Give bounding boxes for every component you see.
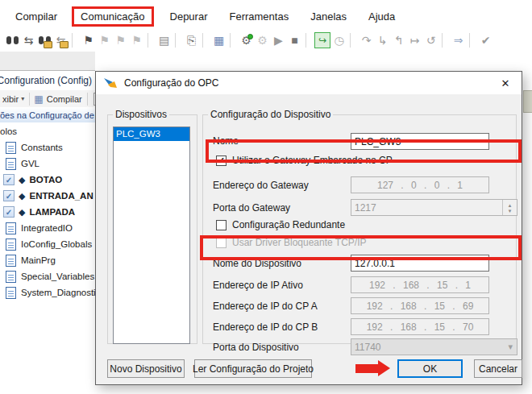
new-item-icon[interactable]: ⎘ <box>184 32 199 49</box>
tree-item-label: BOTAO <box>29 175 62 185</box>
checkbox-checked-icon[interactable] <box>3 206 15 218</box>
menu-bar: Compilar Comunicação Depurar Ferramentas… <box>0 5 409 27</box>
reset-icon[interactable]: ↺ <box>423 32 438 49</box>
device-name-input[interactable] <box>351 255 489 272</box>
clock-icon[interactable]: ◷ <box>331 32 347 49</box>
annotation-arrow-to-ok <box>355 364 378 373</box>
view-dropdown[interactable]: xibir <box>0 92 27 106</box>
panel-mini-toolbar: xibir Compilar <box>0 90 95 107</box>
close-icon[interactable] <box>499 77 512 89</box>
step-over-icon[interactable]: ↷ <box>359 32 374 49</box>
icon-glyph: ↺ <box>426 34 436 47</box>
force-values-icon[interactable]: ✔ <box>478 32 493 49</box>
ok-button[interactable]: OK <box>397 359 463 378</box>
checkbox-checked-icon[interactable] <box>3 174 15 185</box>
login-icon[interactable]: ⚙ <box>239 32 254 49</box>
chevron-down-icon <box>508 342 513 352</box>
next-bookmark-icon[interactable]: ⚑ <box>113 32 128 49</box>
checkbox-disabled-icon <box>216 238 227 248</box>
toolbar-separator <box>230 33 235 48</box>
menu-ajuda[interactable]: Ajuda <box>361 8 402 25</box>
tree-item-botao[interactable]: BOTAO <box>0 172 95 188</box>
properties-icon[interactable]: ▤ <box>156 32 172 49</box>
online-dot-icon <box>247 34 253 39</box>
toolbar-separator <box>175 33 181 48</box>
devices-listbox[interactable]: PLC_GW3 <box>113 126 190 344</box>
tree-item-ioconfig-globals[interactable]: IoConfig_Globals <box>0 236 95 252</box>
tree-item-mainprg[interactable]: MainPrg <box>0 252 95 268</box>
ip-active-field: 192 . 168 . 15 . 1 <box>351 276 489 293</box>
find-in-files-icon[interactable] <box>37 32 52 49</box>
application-window: Compilar Comunicação Depurar Ferramentas… <box>0 0 532 394</box>
variable-icon <box>19 207 25 218</box>
replace-in-files-icon[interactable]: ⇆ <box>53 32 69 49</box>
tab-configuration[interactable]: Configuration (Config) <box>0 73 92 89</box>
tree-item-lampada[interactable]: LAMPADA <box>0 204 95 220</box>
document-icon <box>6 142 16 154</box>
find-icon[interactable] <box>5 32 20 49</box>
icon-glyph: ↦ <box>410 34 420 47</box>
clear-bookmarks-icon[interactable]: ⚑ <box>129 32 144 49</box>
menu-comunicacao[interactable]: Comunicação <box>72 6 154 27</box>
start-icon[interactable]: ▶ <box>271 32 286 49</box>
devices-group: Dispositivos PLC_GW3 <box>107 109 197 344</box>
tree-item-system-diagnostic[interactable]: System_Diagnostic <box>0 284 95 301</box>
icon-glyph: ◷ <box>334 34 343 47</box>
step-into-icon[interactable]: ↳ <box>375 32 390 49</box>
opc-configuration-dialog: Configuração do OPC Dispositivos PLC_GW3… <box>95 71 522 385</box>
tree-item-constants[interactable]: Constants <box>0 139 95 156</box>
icon-glyph: ⚑ <box>83 34 94 47</box>
menu-depurar[interactable]: Depurar <box>163 8 215 25</box>
variable-icon <box>19 175 25 185</box>
build-icon[interactable]: ▦ <box>211 32 227 49</box>
tree-item-label: GVL <box>21 159 39 168</box>
stop-icon[interactable]: ■ <box>287 32 302 49</box>
toolbar-separator <box>350 33 355 48</box>
tree-item-label: System_Diagnostic <box>21 288 95 297</box>
tree-item-special-variables[interactable]: Special_Variables <box>0 268 95 284</box>
toggle-bookmark-icon[interactable]: ⚑ <box>81 32 96 49</box>
toolbar-separator <box>442 33 447 48</box>
document-icon <box>6 271 16 283</box>
icon-glyph: ⚙ <box>257 34 268 47</box>
toolbar-separator <box>469 33 475 48</box>
gateway-address-label: Endereço do Gateway <box>213 180 309 191</box>
checkbox-checked-icon[interactable] <box>3 190 15 201</box>
icon-glyph: ↳ <box>378 34 388 47</box>
read-project-config-button[interactable]: Ler Configuração do Projeto <box>194 359 312 378</box>
icon-glyph: ⇆ <box>24 34 34 47</box>
icon-glyph: ↪ <box>318 35 326 46</box>
new-device-button[interactable]: Novo Dispositivo <box>107 359 185 378</box>
gateway-port-field: 1217 <box>351 199 517 216</box>
checkbox-checked-icon[interactable] <box>216 156 227 166</box>
step-out-icon[interactable]: ↰ <box>391 32 406 49</box>
menu-compilar[interactable]: Compilar <box>8 8 64 25</box>
cancel-button[interactable]: Cancelar <box>474 359 522 378</box>
nome-input[interactable] <box>351 133 489 150</box>
login-device-icon[interactable]: ↪ <box>314 32 330 48</box>
device-list-item-selected[interactable]: PLC_GW3 <box>114 127 189 141</box>
tree-item-label: Constants <box>21 143 63 152</box>
gateway-port-label: Porta do Gateway <box>213 202 290 214</box>
gateway-port-value: 1217 <box>355 202 376 214</box>
symbol-tree: Constants GVL BOTAO ENTRADA_AN LAMPADA I… <box>0 139 95 301</box>
toolbar-lower-strip <box>0 52 95 71</box>
tree-item-label: IoConfig_Globals <box>21 239 92 249</box>
redundant-checkbox-row[interactable]: Configuração Redundante <box>216 219 345 230</box>
quick-replace-icon[interactable]: ⇆ <box>21 32 36 49</box>
logout-icon[interactable]: ⚙ <box>255 32 270 49</box>
menu-janelas[interactable]: Janelas <box>303 8 354 25</box>
previous-bookmark-icon[interactable]: ⚑ <box>97 32 112 49</box>
nome-label: Nome <box>213 135 239 147</box>
tree-item-entrada-an[interactable]: ENTRADA_AN <box>0 188 95 204</box>
next-cycle-icon[interactable]: ⇒ <box>451 32 466 49</box>
tree-item-gvl[interactable]: GVL <box>0 156 95 172</box>
menu-ferramentas[interactable]: Ferramentas <box>222 8 296 25</box>
redundant-label: Configuração Redundante <box>232 219 345 230</box>
gateway-embedded-checkbox-row[interactable]: Utilizar o Gateway Embarcado no CP <box>216 155 393 166</box>
tree-item-integratedio[interactable]: IntegratedIO <box>0 220 95 236</box>
icon-glyph: ▤ <box>159 34 169 47</box>
run-to-cursor-icon[interactable]: ↦ <box>407 32 422 49</box>
compile-button[interactable]: Compilar <box>31 92 84 106</box>
checkbox-unchecked-icon[interactable] <box>216 220 227 230</box>
